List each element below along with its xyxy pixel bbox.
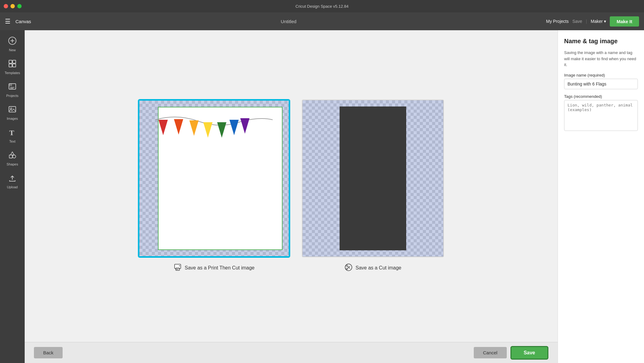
cancel-button[interactable]: Cancel <box>474 347 507 358</box>
print-then-cut-frame[interactable] <box>138 100 290 257</box>
svg-marker-20 <box>189 120 199 136</box>
cut-image-label: Save as a Cut image <box>345 263 402 273</box>
svg-rect-6 <box>13 64 16 67</box>
sidebar-text-label: Text <box>9 140 15 143</box>
svg-marker-23 <box>229 120 239 135</box>
maximize-button[interactable] <box>17 4 22 8</box>
document-title: Untitled <box>36 19 541 24</box>
make-it-button[interactable]: Make It <box>610 16 639 27</box>
print-then-cut-label: Save as a Print Then Cut image <box>174 263 255 273</box>
header-save-link[interactable]: Save <box>572 19 582 24</box>
cut-image-frame[interactable] <box>302 100 444 257</box>
sidebar-shapes-label: Shapes <box>6 162 18 166</box>
sidebar-item-new[interactable]: New <box>0 33 25 55</box>
svg-rect-4 <box>13 60 16 63</box>
svg-point-32 <box>346 268 348 270</box>
print-then-cut-icon <box>174 263 182 273</box>
tags-input[interactable] <box>564 100 638 131</box>
close-button[interactable] <box>4 4 8 8</box>
shapes-icon <box>8 151 17 161</box>
print-then-cut-text: Save as a Print Then Cut image <box>185 265 255 271</box>
bottom-right-buttons: Cancel Save <box>474 346 548 360</box>
machine-dropdown[interactable]: Maker ▾ <box>591 19 606 24</box>
sidebar: New Templates Pr <box>0 30 25 363</box>
sidebar-upload-label: Upload <box>7 185 18 189</box>
divider: | <box>586 19 587 24</box>
image-name-input[interactable] <box>564 79 638 89</box>
right-panel: Name & tag image Saving the image with a… <box>558 30 644 363</box>
svg-point-27 <box>179 265 180 266</box>
image-name-section: Image name (required) <box>564 73 638 89</box>
images-icon <box>8 105 17 115</box>
svg-marker-19 <box>174 119 183 135</box>
text-icon: T <box>8 128 17 138</box>
svg-point-31 <box>346 265 348 267</box>
header: ☰ Canvas Untitled My Projects Save | Mak… <box>0 12 644 30</box>
print-then-cut-card[interactable]: Save as a Print Then Cut image <box>138 100 290 273</box>
svg-point-15 <box>13 155 16 158</box>
sidebar-item-projects[interactable]: Projects <box>0 79 25 101</box>
tags-section: Tags (recommended) <box>564 94 638 132</box>
svg-marker-24 <box>240 118 250 134</box>
traffic-lights <box>4 4 22 8</box>
svg-rect-5 <box>9 64 12 67</box>
back-button[interactable]: Back <box>34 347 63 358</box>
cut-image-text: Save as a Cut image <box>356 265 402 271</box>
canvas-label: Canvas <box>15 19 31 24</box>
plus-icon <box>8 36 17 47</box>
bottom-bar: Back Cancel Save <box>25 342 558 363</box>
panel-description: Saving the image with a name and tag wil… <box>564 50 638 68</box>
minimize-button[interactable] <box>10 4 15 8</box>
upload-icon <box>8 173 17 184</box>
sidebar-item-text[interactable]: T Text <box>0 125 25 146</box>
my-projects-link[interactable]: My Projects <box>546 19 569 24</box>
sidebar-templates-label: Templates <box>5 71 20 75</box>
bunting-svg <box>149 111 273 166</box>
svg-rect-11 <box>9 106 16 112</box>
image-name-label: Image name (required) <box>564 73 638 77</box>
main-layout: New Templates Pr <box>0 30 644 363</box>
svg-marker-18 <box>159 120 168 135</box>
svg-rect-8 <box>9 84 12 86</box>
svg-text:T: T <box>9 129 14 136</box>
sidebar-images-label: Images <box>7 117 18 120</box>
svg-marker-16 <box>10 152 14 155</box>
tags-label: Tags (recommended) <box>564 94 638 99</box>
header-right: My Projects Save | Maker ▾ Make It <box>546 16 639 27</box>
svg-rect-26 <box>176 268 180 270</box>
sidebar-item-images[interactable]: Images <box>0 102 25 123</box>
svg-rect-3 <box>9 60 12 63</box>
templates-icon <box>8 59 17 70</box>
titlebar: Cricut Design Space v5.12.84 <box>0 0 644 12</box>
cut-image-icon <box>345 263 353 273</box>
canvas-area: Save as a Print Then Cut image <box>25 30 558 342</box>
svg-point-12 <box>10 108 12 110</box>
save-button[interactable]: Save <box>510 346 548 360</box>
chevron-down-icon: ▾ <box>604 19 606 24</box>
svg-marker-22 <box>217 122 226 138</box>
sidebar-new-label: New <box>9 48 16 52</box>
white-inner-area <box>158 107 283 250</box>
projects-icon <box>8 82 17 93</box>
sidebar-item-templates[interactable]: Templates <box>0 56 25 78</box>
svg-rect-14 <box>9 155 12 158</box>
dark-inner-area <box>340 106 406 250</box>
menu-icon[interactable]: ☰ <box>5 18 10 25</box>
sidebar-item-shapes[interactable]: Shapes <box>0 148 25 169</box>
cut-image-card[interactable]: Save as a Cut image <box>302 100 444 273</box>
sidebar-projects-label: Projects <box>6 94 19 98</box>
sidebar-item-upload[interactable]: Upload <box>0 170 25 192</box>
machine-label: Maker <box>591 19 603 24</box>
titlebar-title: Cricut Design Space v5.12.84 <box>295 4 349 9</box>
panel-title: Name & tag image <box>564 38 638 45</box>
svg-marker-21 <box>203 122 213 138</box>
